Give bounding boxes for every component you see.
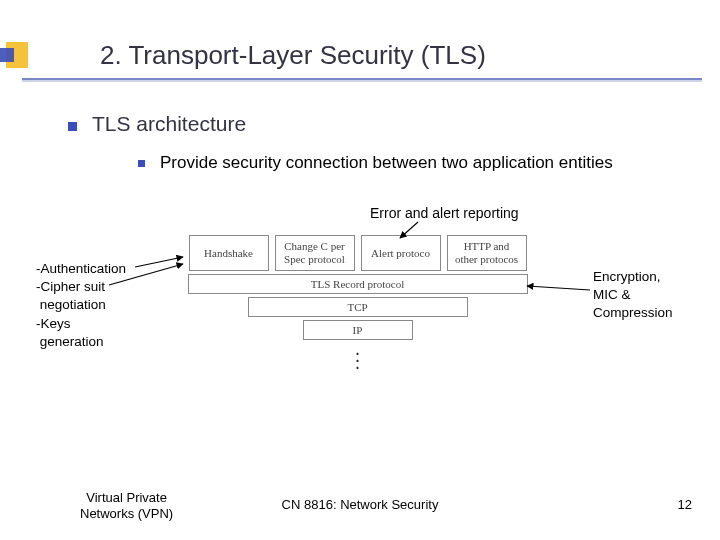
annotation-right: Encryption, MIC & Compression [593, 268, 673, 323]
footer-center: CN 8816: Network Security [0, 497, 720, 512]
annotation-line: generation [36, 333, 126, 351]
bullet-level1: TLS architecture [92, 112, 246, 136]
tls-diagram: Handshake Change C per Spec protocol Ale… [180, 235, 535, 368]
box-record: TLS Record protocol [188, 274, 528, 294]
box-ip: IP [303, 320, 413, 340]
annotation-line: -Authentication [36, 260, 126, 278]
bullet-icon [138, 160, 145, 167]
svg-line-1 [135, 257, 183, 267]
box-alert: Alert protoco [361, 235, 441, 271]
page-number: 12 [678, 497, 692, 512]
bullet-level2: Provide security connection between two … [160, 152, 680, 173]
annotation-top: Error and alert reporting [370, 205, 519, 221]
annotation-left: -Authentication -Cipher suit negotiation… [36, 260, 126, 351]
annotation-line: MIC & [593, 286, 673, 304]
bullet-icon [68, 122, 77, 131]
stack-dots: ... [188, 347, 528, 368]
box-tcp: TCP [248, 297, 468, 317]
box-handshake: Handshake [189, 235, 269, 271]
box-http: HTTP and other protocos [447, 235, 527, 271]
slide-accent [0, 42, 28, 68]
title-underline [22, 78, 702, 80]
annotation-line: Compression [593, 304, 673, 322]
annotation-line: -Keys [36, 315, 126, 333]
slide-title: 2. Transport-Layer Security (TLS) [100, 40, 486, 71]
annotation-line: -Cipher suit [36, 278, 126, 296]
annotation-line: Encryption, [593, 268, 673, 286]
box-changecipher: Change C per Spec protocol [275, 235, 355, 271]
svg-line-3 [527, 286, 590, 290]
annotation-line: negotiation [36, 296, 126, 314]
